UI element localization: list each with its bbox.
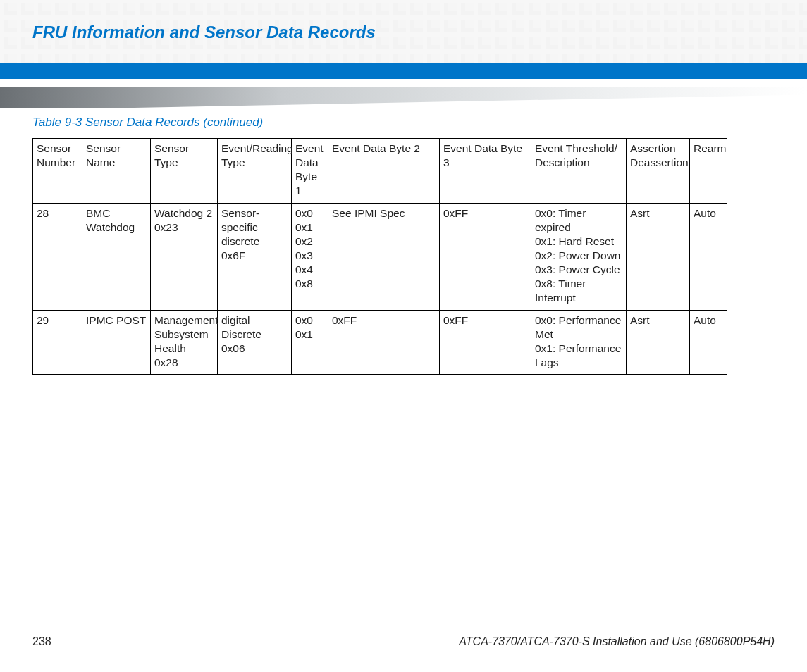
cell-assertion: Asrt: [627, 310, 690, 375]
cell-sensor-number: 28: [33, 203, 82, 310]
chapter-title: FRU Information and Sensor Data Records: [0, 0, 807, 42]
table-body: 28BMC WatchdogWatchdog 20x23Sensor-speci…: [33, 203, 727, 375]
cell-event-data-byte2: See IPMI Spec: [328, 203, 440, 310]
cell-sensor-number: 29: [33, 310, 82, 375]
table-row: 29IPMC POSTManagementSubsystemHealth0x28…: [33, 310, 727, 375]
cell-sensor-type: Watchdog 20x23: [151, 203, 218, 310]
cell-rearm: Auto: [690, 203, 727, 310]
col-event-byte1: Event Data Byte 1: [292, 139, 328, 204]
cell-event-data-byte3: 0xFF: [440, 310, 531, 375]
cell-sensor-type: ManagementSubsystemHealth0x28: [151, 310, 218, 375]
cell-threshold-desc: 0x0: Performance Met0x1: Performance Lag…: [531, 310, 627, 375]
table-header-row: Sensor Number Sensor Name Sensor Type Ev…: [33, 139, 727, 204]
cell-assertion: Asrt: [627, 203, 690, 310]
cell-event-reading-type: digital Discrete0x06: [218, 310, 292, 375]
header-gradient-wedge: [0, 87, 807, 108]
sensor-data-records-table: Sensor Number Sensor Name Sensor Type Ev…: [32, 138, 727, 375]
col-sensor-name: Sensor Name: [82, 139, 151, 204]
col-sensor-type: Sensor Type: [151, 139, 218, 204]
table-caption: Table 9-3 Sensor Data Records (continued…: [32, 116, 775, 130]
col-sensor-number: Sensor Number: [33, 139, 82, 204]
table-row: 28BMC WatchdogWatchdog 20x23Sensor-speci…: [33, 203, 727, 310]
col-threshold-desc: Event Threshold/ Description: [531, 139, 627, 204]
cell-sensor-name: IPMC POST: [82, 310, 151, 375]
col-event-byte2: Event Data Byte 2: [328, 139, 440, 204]
header-blue-bar: [0, 63, 807, 79]
doc-title: ATCA-7370/ATCA-7370-S Installation and U…: [459, 635, 775, 648]
cell-rearm: Auto: [690, 310, 727, 375]
cell-sensor-name: BMC Watchdog: [82, 203, 151, 310]
col-rearm: Rearm: [690, 139, 727, 204]
cell-event-reading-type: Sensor-specificdiscrete0x6F: [218, 203, 292, 310]
cell-event-data-byte1: 0x00x10x20x30x40x8: [292, 203, 328, 310]
page-content: Table 9-3 Sensor Data Records (continued…: [0, 116, 807, 375]
cell-event-data-byte3: 0xFF: [440, 203, 531, 310]
col-event-reading: Event/Reading Type: [218, 139, 292, 204]
page-number: 238: [32, 635, 51, 648]
cell-event-data-byte2: 0xFF: [328, 310, 440, 375]
cell-event-data-byte1: 0x00x1: [292, 310, 328, 375]
col-event-byte3: Event Data Byte 3: [440, 139, 531, 204]
col-assertion: Assertion Deassertion: [627, 139, 690, 204]
page-footer: 238 ATCA-7370/ATCA-7370-S Installation a…: [32, 628, 775, 648]
cell-threshold-desc: 0x0: Timer expired0x1: Hard Reset0x2: Po…: [531, 203, 627, 310]
